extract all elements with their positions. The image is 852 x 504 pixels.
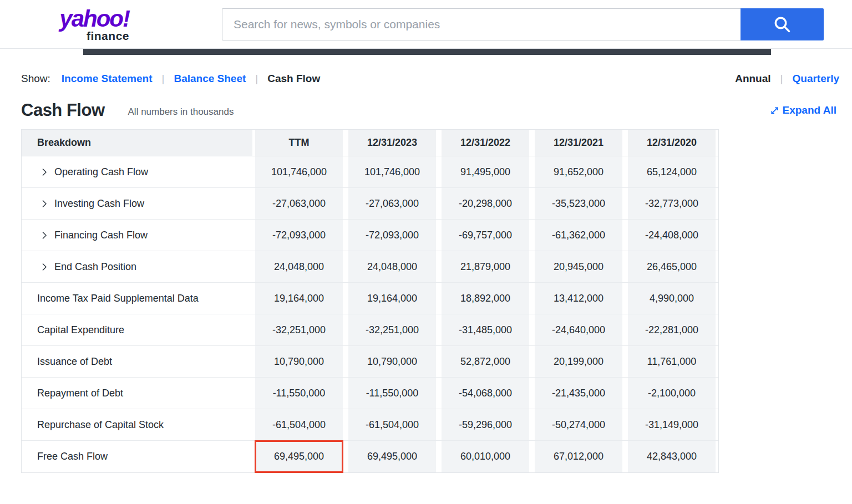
table-row: Repayment of Debt -11,550,000 -11,550,00… <box>22 378 718 409</box>
cell-value: 42,843,000 <box>628 441 716 472</box>
cell-value: 10,790,000 <box>255 346 343 377</box>
cell-value: 4,990,000 <box>628 283 716 314</box>
cell-value: 19,164,000 <box>255 283 343 314</box>
search-icon <box>773 15 792 34</box>
column-header-ttm: TTM <box>255 130 343 156</box>
row-label: Issuance of Debt <box>37 356 112 368</box>
cell-value: -11,550,000 <box>348 378 436 409</box>
cell-value: -32,773,000 <box>628 188 716 219</box>
row-label: Repurchase of Capital Stock <box>37 419 164 431</box>
cell-value: 52,872,000 <box>442 346 529 377</box>
cell-value: 91,495,000 <box>442 156 529 187</box>
cell-value: 60,010,000 <box>442 441 529 472</box>
table-row: Free Cash Flow 69,495,000 69,495,000 60,… <box>22 441 718 472</box>
search-input[interactable] <box>222 8 741 40</box>
divider: | <box>255 73 258 85</box>
statement-toolbar: Show: Income Statement | Balance Sheet |… <box>0 70 852 87</box>
table-row: Investing Cash Flow -27,063,000 -27,063,… <box>22 188 718 220</box>
cell-value: 13,412,000 <box>535 283 622 314</box>
cell-value: 11,761,000 <box>628 346 716 377</box>
cell-value: 26,465,000 <box>628 251 716 282</box>
search-button[interactable] <box>741 8 824 40</box>
tab-income-statement[interactable]: Income Statement <box>62 73 153 85</box>
cell-value: -32,251,000 <box>348 314 436 345</box>
cell-value: -24,640,000 <box>535 314 622 345</box>
row-label-cell: Income Tax Paid Supplemental Data <box>22 283 252 314</box>
cell-value: 101,746,000 <box>348 156 436 187</box>
cell-value: -31,485,000 <box>442 314 529 345</box>
cell-value: 19,164,000 <box>348 283 436 314</box>
table-row: Repurchase of Capital Stock -61,504,000 … <box>22 409 718 441</box>
row-label-cell: Repayment of Debt <box>22 378 252 409</box>
finance-logo-text: finance <box>87 30 129 42</box>
cell-value: 10,790,000 <box>348 346 436 377</box>
period-annual[interactable]: Annual <box>735 73 770 85</box>
row-label: Capital Expenditure <box>37 324 124 336</box>
row-label: Financing Cash Flow <box>54 230 148 241</box>
row-label-cell: Free Cash Flow <box>22 441 252 472</box>
section-head: Cash Flow All numbers in thousands Expan… <box>0 100 852 120</box>
row-label-cell: End Cash Position <box>22 251 252 282</box>
chevron-right-icon[interactable] <box>42 263 47 271</box>
cell-value: 91,652,000 <box>535 156 622 187</box>
cell-value: -32,251,000 <box>255 314 343 345</box>
page-title: Cash Flow <box>21 100 105 120</box>
row-label: Income Tax Paid Supplemental Data <box>37 293 199 304</box>
row-label-cell: Capital Expenditure <box>22 314 252 345</box>
cell-value: -72,093,000 <box>348 220 436 251</box>
yahoo-finance-logo[interactable]: yahoo! finance <box>42 7 129 42</box>
cell-value: -24,408,000 <box>628 220 716 251</box>
tab-balance-sheet[interactable]: Balance Sheet <box>174 73 246 85</box>
row-label-cell: Financing Cash Flow <box>22 220 252 251</box>
table-row: Issuance of Debt 10,790,000 10,790,000 5… <box>22 346 718 378</box>
cell-value: -11,550,000 <box>255 378 343 409</box>
cell-value: 20,199,000 <box>535 346 622 377</box>
partial-content-strip <box>83 49 771 55</box>
column-header-2023: 12/31/2023 <box>348 130 436 156</box>
cell-value: -35,523,000 <box>535 188 622 219</box>
chevron-right-icon[interactable] <box>42 200 47 208</box>
cell-value: -27,063,000 <box>255 188 343 219</box>
period-quarterly[interactable]: Quarterly <box>793 73 839 85</box>
tab-cash-flow[interactable]: Cash Flow <box>267 73 320 85</box>
cell-value: -50,274,000 <box>535 409 622 440</box>
cell-value: -69,757,000 <box>442 220 529 251</box>
cell-value: -61,504,000 <box>348 409 436 440</box>
units-note: All numbers in thousands <box>128 106 234 118</box>
cell-value: -59,296,000 <box>442 409 529 440</box>
row-label: Repayment of Debt <box>37 388 123 399</box>
cell-value: -54,068,000 <box>442 378 529 409</box>
row-label-cell: Repurchase of Capital Stock <box>22 409 252 440</box>
column-header-2020: 12/31/2020 <box>628 130 716 156</box>
cell-value: 65,124,000 <box>628 156 716 187</box>
table-row: Income Tax Paid Supplemental Data 19,164… <box>22 283 718 314</box>
row-label-cell: Issuance of Debt <box>22 346 252 377</box>
cell-value: 21,879,000 <box>442 251 529 282</box>
cell-value: 69,495,000 <box>348 441 436 472</box>
cash-flow-table: Breakdown TTM 12/31/2023 12/31/2022 12/3… <box>21 129 719 473</box>
row-label-cell: Investing Cash Flow <box>22 188 252 219</box>
cell-value: 67,012,000 <box>535 441 622 472</box>
cell-value: -27,063,000 <box>348 188 436 219</box>
expand-all-button[interactable]: Expand All <box>770 104 836 116</box>
cell-value: 69,495,000 <box>255 441 343 472</box>
chevron-right-icon[interactable] <box>42 168 47 176</box>
page-header: yahoo! finance <box>0 0 852 49</box>
yahoo-logo-text: yahoo! <box>59 7 129 30</box>
divider: | <box>780 73 783 85</box>
table-row: Operating Cash Flow 101,746,000 101,746,… <box>22 156 718 188</box>
chevron-right-icon[interactable] <box>42 231 47 240</box>
table-row: End Cash Position 24,048,000 24,048,000 … <box>22 251 718 283</box>
cell-value: -61,362,000 <box>535 220 622 251</box>
expand-icon <box>770 106 779 115</box>
row-label: Free Cash Flow <box>37 451 108 462</box>
row-label: Investing Cash Flow <box>54 198 144 210</box>
column-header-2022: 12/31/2022 <box>442 130 529 156</box>
cell-value: -20,298,000 <box>442 188 529 219</box>
expand-all-label: Expand All <box>783 104 836 116</box>
cell-value: -2,100,000 <box>628 378 716 409</box>
cell-value: 20,945,000 <box>535 251 622 282</box>
table-header-row: Breakdown TTM 12/31/2023 12/31/2022 12/3… <box>22 130 718 156</box>
cell-value: 24,048,000 <box>348 251 436 282</box>
cell-value: -61,504,000 <box>255 409 343 440</box>
